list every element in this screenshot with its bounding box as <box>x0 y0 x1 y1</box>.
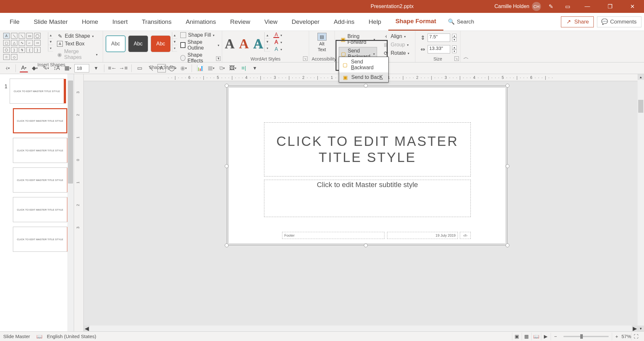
vscroll-thumb[interactable] <box>638 100 643 113</box>
fit-to-window-button[interactable]: ⛶ <box>631 333 641 340</box>
zoom-in-button[interactable]: + <box>612 333 621 340</box>
height-input[interactable]: 7.5" <box>428 33 450 42</box>
status-language[interactable]: English (United States) <box>47 334 96 339</box>
master-thumb[interactable]: CLICK TO EDIT MASTER TITLE STYLE <box>10 79 64 104</box>
zoom-value[interactable]: 57% <box>621 334 631 339</box>
resize-handle-se[interactable] <box>506 243 509 247</box>
scroll-down-icon[interactable]: ▼ <box>265 39 270 45</box>
shape-line2-icon[interactable]: ＼ <box>19 33 25 39</box>
group-button[interactable]: ⊞Group▾ <box>381 41 411 48</box>
shape-roundrect-icon[interactable]: ▢ <box>3 40 10 46</box>
resize-handle-nw[interactable] <box>225 84 229 88</box>
subtitle-placeholder[interactable]: Click to edit Master subtitle style <box>264 180 471 217</box>
scroll-up-icon[interactable]: ▲ <box>48 32 53 39</box>
resize-handle-n[interactable] <box>364 84 368 88</box>
shape-textbox-icon[interactable]: A <box>3 33 10 39</box>
bring-forward-button[interactable]: ▣Bring Forward▾ <box>339 33 377 46</box>
shape-lbrace-icon[interactable]: { <box>26 47 33 53</box>
resize-handle-sw[interactable] <box>225 243 229 247</box>
layout-thumb-3[interactable]: CLICK TO EDIT MASTER TITLE STYLE <box>13 167 67 193</box>
vertical-scrollbar[interactable]: ▲ ▼ <box>638 74 644 331</box>
shape-arrow-icon[interactable]: ⇨ <box>34 40 41 46</box>
layout-thumb-1[interactable]: CLICK TO EDIT MASTER TITLE STYLE <box>13 108 67 133</box>
footer-placeholder[interactable]: Footer <box>282 232 384 239</box>
shape-styles-dialog-launcher[interactable]: ↘ <box>216 56 221 61</box>
shape-line-icon[interactable]: ＼ <box>11 33 17 39</box>
spellcheck-icon[interactable]: 📖 <box>36 334 42 339</box>
tab-addins[interactable]: Add-ins <box>327 13 361 31</box>
scroll-down-icon[interactable]: ▼ <box>48 39 53 45</box>
shapes-gallery-scroll[interactable]: ▲ ▼ ▾ <box>48 32 53 52</box>
wordart-dialog-launcher[interactable]: ↘ <box>303 56 308 61</box>
width-input[interactable]: 13.33" <box>428 45 450 53</box>
share-button[interactable]: ↗ Share <box>561 16 593 27</box>
vscroll-down[interactable]: ▼ <box>638 326 644 331</box>
coming-soon-icon[interactable]: ✎ <box>544 0 558 13</box>
tab-shape-format[interactable]: Shape Format <box>388 13 443 31</box>
tab-transitions[interactable]: Transitions <box>135 13 178 31</box>
edit-shape-button[interactable]: ✎Edit Shape▾ <box>56 33 99 39</box>
horizontal-scrollbar[interactable]: ◀ ▶ <box>84 326 638 331</box>
scroll-down-icon[interactable]: ▼ <box>172 39 177 45</box>
user-account[interactable]: Camille Holden CH <box>495 2 541 11</box>
tab-developer[interactable]: Developer <box>285 13 327 31</box>
shape-curve-icon[interactable]: ∿ <box>19 40 25 46</box>
shape-styles-gallery[interactable]: Abc Abc Abc <box>106 32 171 55</box>
picture-button[interactable]: 🖼▾ <box>229 64 237 72</box>
wordart-scroll[interactable]: ▲ ▼ ▾ <box>264 32 270 52</box>
tab-view[interactable]: View <box>257 13 285 31</box>
resize-handle-w[interactable] <box>225 164 229 168</box>
style-preset-3[interactable]: Abc <box>151 35 171 52</box>
text-fill-button[interactable]: A▾ <box>273 32 282 38</box>
hscroll-right[interactable]: ▶ <box>632 326 638 331</box>
wordart-preset-2[interactable]: A <box>239 36 249 52</box>
tab-insert[interactable]: Insert <box>105 13 135 31</box>
comments-button[interactable]: 💬 Comments <box>597 16 641 27</box>
resize-handle-s[interactable] <box>364 243 368 247</box>
slide[interactable]: CLICK TO EDIT MASTER TITLE STYLE Click t… <box>229 88 506 243</box>
scroll-more-icon[interactable]: ▾ <box>172 45 177 52</box>
vscroll-up[interactable]: ▲ <box>638 74 644 80</box>
zoom-out-button[interactable]: − <box>551 333 560 340</box>
more-commands[interactable]: ▾ <box>251 64 259 72</box>
zoom-slider[interactable] <box>564 336 609 337</box>
hscroll-left[interactable]: ◀ <box>84 326 90 331</box>
shape-effects-button[interactable]: Shape Effects▾ <box>180 52 219 64</box>
dd-send-to-back[interactable]: ▣Send to BacK <box>339 72 388 82</box>
wordart-preset-3[interactable]: A <box>253 36 263 52</box>
scroll-more-icon[interactable]: ▾ <box>265 45 270 52</box>
tab-file[interactable]: File <box>3 13 27 31</box>
wordart-preset-1[interactable]: A <box>225 36 234 52</box>
shapes-gallery[interactable]: A ＼ ＼ ▭ ◯ ▢ △ ∿ ⌐ ⇨ ⬡ } ↯ { } ☆ ◇ <box>3 32 47 54</box>
height-spinner[interactable]: ▲▼ <box>452 34 457 42</box>
shape-rbrace-icon[interactable]: } <box>34 47 41 53</box>
close-button[interactable]: ✕ <box>623 0 642 13</box>
scroll-up-icon[interactable]: ▲ <box>172 32 177 39</box>
tab-home[interactable]: Home <box>75 13 105 31</box>
width-spinner[interactable]: ▲▼ <box>452 45 457 53</box>
scroll-more-icon[interactable]: ▾ <box>48 45 53 52</box>
date-placeholder[interactable]: 19 July 2019 <box>387 232 458 239</box>
resize-handle-e[interactable] <box>506 164 509 168</box>
scroll-up-icon[interactable]: ▲ <box>265 32 270 39</box>
layout-thumb-2[interactable]: CLICK TO EDIT MASTER TITLE STYLE <box>13 138 67 163</box>
ribbon-display-icon[interactable]: ▭ <box>561 0 574 13</box>
tab-animations[interactable]: Animations <box>179 13 223 31</box>
page-number-placeholder[interactable]: ‹#› <box>460 232 471 239</box>
layout-thumb-4[interactable]: CLICK TO EDIT MASTER TITLE STYLE <box>13 197 67 222</box>
layout-thumb-5[interactable]: CLICK TO EDIT MASTER TITLE STYLE <box>13 227 67 252</box>
search-button[interactable]: 🔍 Search <box>443 19 479 25</box>
maximize-button[interactable]: ❐ <box>600 0 620 13</box>
title-placeholder[interactable]: CLICK TO EDIT MASTER TITLE STYLE <box>264 122 471 176</box>
minimize-button[interactable]: — <box>578 0 597 13</box>
shape-outline-button[interactable]: Shape Outline▾ <box>180 39 219 51</box>
alt-text-button[interactable]: ▤ Alt Text <box>316 32 328 53</box>
zoom-slider-knob[interactable] <box>580 334 583 339</box>
shape-triangle-icon[interactable]: △ <box>11 40 17 46</box>
size-dialog-launcher[interactable]: ↘ <box>454 56 459 61</box>
equalize-button[interactable]: ≡| <box>240 64 248 72</box>
shape-brace-icon[interactable]: } <box>11 47 17 53</box>
tab-help[interactable]: Help <box>362 13 388 31</box>
collapse-ribbon-button[interactable]: ︿ <box>460 31 471 62</box>
shape-connector-icon[interactable]: ↯ <box>19 47 25 53</box>
